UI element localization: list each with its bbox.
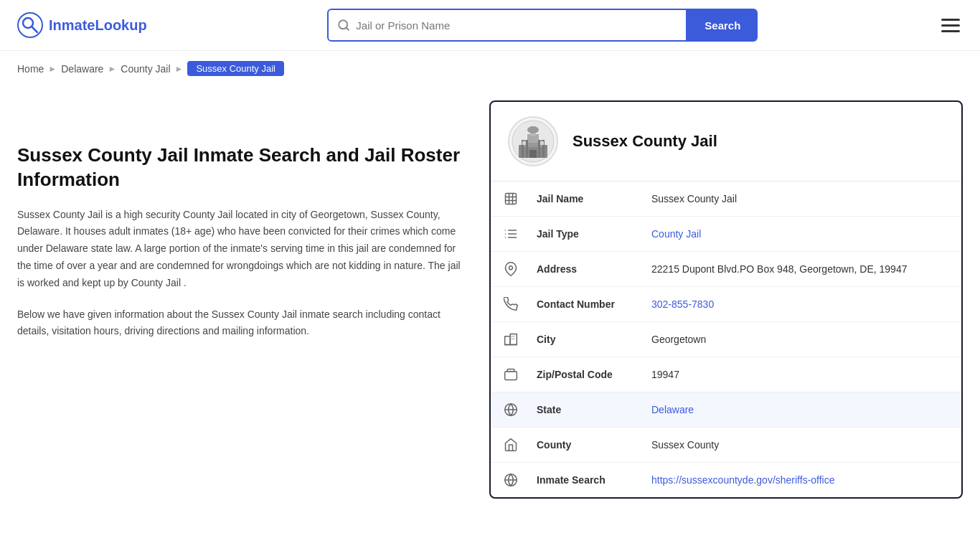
breadcrumb-sep-1: ► [48, 64, 57, 74]
breadcrumb: Home ► Delaware ► County Jail ► Sussex C… [0, 51, 980, 86]
svg-line-4 [347, 27, 349, 29]
breadcrumb-current: Sussex County Jail [187, 61, 284, 76]
info-row-value[interactable]: County Jail [646, 218, 961, 250]
search-icon [337, 19, 350, 32]
info-row-link[interactable]: County Jail [651, 228, 701, 240]
pin-icon [491, 252, 531, 286]
search-input-wrapper [327, 9, 687, 42]
jail-name-heading: Sussex County Jail [573, 132, 717, 151]
info-row-value[interactable]: 302-855-7830 [646, 288, 961, 320]
svg-point-10 [527, 126, 539, 133]
svg-rect-13 [538, 140, 540, 158]
svg-rect-18 [506, 194, 517, 204]
svg-rect-31 [510, 334, 517, 345]
left-panel: Sussex County Jail Inmate Search and Jai… [17, 100, 489, 499]
info-row-link[interactable]: https://sussexcountyde.gov/sheriffs-offi… [651, 474, 835, 486]
info-row-label: Address [531, 253, 646, 285]
svg-point-29 [509, 266, 513, 270]
list-icon [491, 217, 531, 251]
info-row: CountySussex County [491, 428, 961, 463]
globe2-icon [491, 463, 531, 497]
search-input[interactable] [356, 19, 677, 32]
info-row: Contact Number302-855-7830 [491, 287, 961, 322]
info-row: Zip/Postal Code19947 [491, 357, 961, 392]
svg-rect-12 [526, 140, 528, 158]
phone-icon [491, 287, 531, 321]
info-row-label: Contact Number [531, 288, 646, 320]
jail-icon [491, 182, 531, 216]
page-title: Sussex County Jail Inmate Search and Jai… [17, 143, 461, 192]
info-row: Address22215 Dupont Blvd.PO Box 948, Geo… [491, 252, 961, 287]
breadcrumb-sep-2: ► [108, 64, 116, 74]
logo-link[interactable]: InmateLookup [17, 12, 147, 38]
info-row: Jail NameSussex County Jail [491, 182, 961, 217]
info-row-value: 22215 Dupont Blvd.PO Box 948, Georgetown… [646, 253, 961, 285]
info-rows-container: Jail NameSussex County JailJail TypeCoun… [491, 182, 961, 497]
description-2: Below we have given information about th… [17, 306, 461, 341]
right-panel: Sussex County Jail Jail NameSussex Count… [489, 100, 963, 499]
info-row: Inmate Searchhttps://sussexcountyde.gov/… [491, 463, 961, 497]
info-row-link[interactable]: Delaware [651, 404, 694, 415]
info-row-label: Jail Name [531, 183, 646, 215]
breadcrumb-county-jail[interactable]: County Jail [121, 63, 170, 75]
info-card: Sussex County Jail Jail NameSussex Count… [489, 100, 963, 499]
hamburger-menu[interactable] [938, 16, 963, 35]
breadcrumb-sep-3: ► [175, 64, 184, 74]
county-icon [491, 428, 531, 462]
info-card-header: Sussex County Jail [491, 102, 961, 182]
logo-icon [17, 12, 43, 38]
info-row-label: Zip/Postal Code [531, 359, 646, 390]
info-row-label: Inmate Search [531, 464, 646, 496]
globe-icon [491, 392, 531, 427]
svg-rect-17 [540, 141, 544, 145]
logo-text: InmateLookup [49, 17, 147, 34]
info-row-value: Sussex County [646, 429, 961, 461]
svg-rect-30 [505, 336, 511, 345]
info-row: StateDelaware [491, 392, 961, 428]
info-row-label: County [531, 429, 646, 461]
header: InmateLookup Search [0, 0, 980, 51]
jail-avatar [508, 116, 558, 166]
search-bar: Search [327, 9, 758, 42]
info-row-value: Georgetown [646, 324, 961, 355]
search-button[interactable]: Search [687, 9, 758, 42]
info-row-label: City [531, 324, 646, 355]
info-row-link[interactable]: 302-855-7830 [651, 298, 714, 310]
info-row-label: Jail Type [531, 218, 646, 250]
info-row-value[interactable]: Delaware [646, 394, 961, 425]
info-row-value: Sussex County Jail [646, 183, 961, 215]
svg-rect-16 [522, 141, 526, 145]
svg-point-0 [18, 13, 42, 37]
svg-rect-15 [529, 150, 537, 158]
info-row-label: State [531, 394, 646, 425]
jail-building-image [512, 120, 555, 163]
city-icon [491, 322, 531, 357]
svg-rect-37 [505, 372, 517, 380]
info-row: CityGeorgetown [491, 322, 961, 357]
info-row-value[interactable]: https://sussexcountyde.gov/sheriffs-offi… [646, 464, 961, 496]
mail-icon [491, 357, 531, 392]
breadcrumb-delaware[interactable]: Delaware [61, 63, 103, 75]
main-content: Sussex County Jail Inmate Search and Jai… [0, 86, 980, 527]
breadcrumb-home[interactable]: Home [17, 63, 44, 75]
info-row-value: 19947 [646, 359, 961, 390]
info-row: Jail TypeCounty Jail [491, 217, 961, 252]
description-1: Sussex County Jail is a high security Co… [17, 207, 461, 292]
